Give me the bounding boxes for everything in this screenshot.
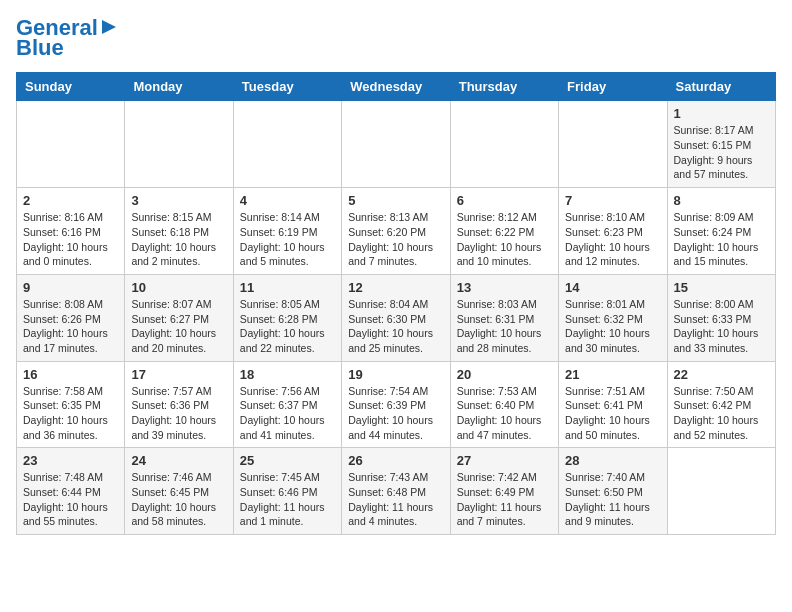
day-content: Sunrise: 8:00 AM Sunset: 6:33 PM Dayligh…: [674, 297, 769, 356]
day-header-thursday: Thursday: [450, 73, 558, 101]
calendar-cell: 23Sunrise: 7:48 AM Sunset: 6:44 PM Dayli…: [17, 448, 125, 535]
day-content: Sunrise: 7:50 AM Sunset: 6:42 PM Dayligh…: [674, 384, 769, 443]
calendar-week-1: 1Sunrise: 8:17 AM Sunset: 6:15 PM Daylig…: [17, 101, 776, 188]
calendar-cell: [559, 101, 667, 188]
day-header-tuesday: Tuesday: [233, 73, 341, 101]
day-number: 22: [674, 367, 769, 382]
day-number: 5: [348, 193, 443, 208]
day-number: 16: [23, 367, 118, 382]
day-content: Sunrise: 8:16 AM Sunset: 6:16 PM Dayligh…: [23, 210, 118, 269]
day-content: Sunrise: 8:08 AM Sunset: 6:26 PM Dayligh…: [23, 297, 118, 356]
day-number: 28: [565, 453, 660, 468]
calendar-cell: 21Sunrise: 7:51 AM Sunset: 6:41 PM Dayli…: [559, 361, 667, 448]
day-content: Sunrise: 7:46 AM Sunset: 6:45 PM Dayligh…: [131, 470, 226, 529]
calendar-cell: [342, 101, 450, 188]
day-number: 1: [674, 106, 769, 121]
day-content: Sunrise: 8:04 AM Sunset: 6:30 PM Dayligh…: [348, 297, 443, 356]
calendar-cell: 8Sunrise: 8:09 AM Sunset: 6:24 PM Daylig…: [667, 188, 775, 275]
day-content: Sunrise: 8:10 AM Sunset: 6:23 PM Dayligh…: [565, 210, 660, 269]
calendar-cell: 9Sunrise: 8:08 AM Sunset: 6:26 PM Daylig…: [17, 274, 125, 361]
calendar-cell: 10Sunrise: 8:07 AM Sunset: 6:27 PM Dayli…: [125, 274, 233, 361]
day-number: 13: [457, 280, 552, 295]
day-content: Sunrise: 7:53 AM Sunset: 6:40 PM Dayligh…: [457, 384, 552, 443]
day-number: 17: [131, 367, 226, 382]
calendar-cell: 7Sunrise: 8:10 AM Sunset: 6:23 PM Daylig…: [559, 188, 667, 275]
day-header-friday: Friday: [559, 73, 667, 101]
calendar-cell: 22Sunrise: 7:50 AM Sunset: 6:42 PM Dayli…: [667, 361, 775, 448]
day-content: Sunrise: 7:42 AM Sunset: 6:49 PM Dayligh…: [457, 470, 552, 529]
day-content: Sunrise: 7:54 AM Sunset: 6:39 PM Dayligh…: [348, 384, 443, 443]
day-number: 2: [23, 193, 118, 208]
calendar-cell: 26Sunrise: 7:43 AM Sunset: 6:48 PM Dayli…: [342, 448, 450, 535]
calendar-cell: [450, 101, 558, 188]
page-header: General Blue: [16, 16, 776, 60]
logo: General Blue: [16, 16, 118, 60]
calendar-cell: [17, 101, 125, 188]
calendar-cell: 4Sunrise: 8:14 AM Sunset: 6:19 PM Daylig…: [233, 188, 341, 275]
day-number: 27: [457, 453, 552, 468]
day-number: 18: [240, 367, 335, 382]
day-number: 19: [348, 367, 443, 382]
day-content: Sunrise: 8:07 AM Sunset: 6:27 PM Dayligh…: [131, 297, 226, 356]
day-number: 6: [457, 193, 552, 208]
day-number: 11: [240, 280, 335, 295]
day-content: Sunrise: 7:48 AM Sunset: 6:44 PM Dayligh…: [23, 470, 118, 529]
day-content: Sunrise: 7:56 AM Sunset: 6:37 PM Dayligh…: [240, 384, 335, 443]
calendar-cell: 6Sunrise: 8:12 AM Sunset: 6:22 PM Daylig…: [450, 188, 558, 275]
calendar-week-3: 9Sunrise: 8:08 AM Sunset: 6:26 PM Daylig…: [17, 274, 776, 361]
calendar-cell: 28Sunrise: 7:40 AM Sunset: 6:50 PM Dayli…: [559, 448, 667, 535]
calendar-cell: 27Sunrise: 7:42 AM Sunset: 6:49 PM Dayli…: [450, 448, 558, 535]
day-content: Sunrise: 7:40 AM Sunset: 6:50 PM Dayligh…: [565, 470, 660, 529]
day-content: Sunrise: 7:51 AM Sunset: 6:41 PM Dayligh…: [565, 384, 660, 443]
calendar-cell: 16Sunrise: 7:58 AM Sunset: 6:35 PM Dayli…: [17, 361, 125, 448]
logo-arrow-icon: [100, 18, 118, 36]
calendar-cell: 24Sunrise: 7:46 AM Sunset: 6:45 PM Dayli…: [125, 448, 233, 535]
calendar-cell: 19Sunrise: 7:54 AM Sunset: 6:39 PM Dayli…: [342, 361, 450, 448]
calendar-cell: 18Sunrise: 7:56 AM Sunset: 6:37 PM Dayli…: [233, 361, 341, 448]
calendar-cell: 2Sunrise: 8:16 AM Sunset: 6:16 PM Daylig…: [17, 188, 125, 275]
day-content: Sunrise: 8:05 AM Sunset: 6:28 PM Dayligh…: [240, 297, 335, 356]
day-number: 10: [131, 280, 226, 295]
calendar-cell: 14Sunrise: 8:01 AM Sunset: 6:32 PM Dayli…: [559, 274, 667, 361]
calendar-cell: 20Sunrise: 7:53 AM Sunset: 6:40 PM Dayli…: [450, 361, 558, 448]
day-header-wednesday: Wednesday: [342, 73, 450, 101]
day-header-sunday: Sunday: [17, 73, 125, 101]
day-content: Sunrise: 8:14 AM Sunset: 6:19 PM Dayligh…: [240, 210, 335, 269]
day-content: Sunrise: 8:13 AM Sunset: 6:20 PM Dayligh…: [348, 210, 443, 269]
day-number: 15: [674, 280, 769, 295]
day-number: 26: [348, 453, 443, 468]
day-header-saturday: Saturday: [667, 73, 775, 101]
day-content: Sunrise: 8:09 AM Sunset: 6:24 PM Dayligh…: [674, 210, 769, 269]
day-number: 12: [348, 280, 443, 295]
day-number: 8: [674, 193, 769, 208]
calendar-week-2: 2Sunrise: 8:16 AM Sunset: 6:16 PM Daylig…: [17, 188, 776, 275]
day-number: 9: [23, 280, 118, 295]
calendar-cell: [233, 101, 341, 188]
day-content: Sunrise: 7:43 AM Sunset: 6:48 PM Dayligh…: [348, 470, 443, 529]
calendar-header-row: SundayMondayTuesdayWednesdayThursdayFrid…: [17, 73, 776, 101]
calendar-cell: [125, 101, 233, 188]
calendar-cell: 5Sunrise: 8:13 AM Sunset: 6:20 PM Daylig…: [342, 188, 450, 275]
day-number: 25: [240, 453, 335, 468]
day-content: Sunrise: 7:58 AM Sunset: 6:35 PM Dayligh…: [23, 384, 118, 443]
day-header-monday: Monday: [125, 73, 233, 101]
day-content: Sunrise: 7:57 AM Sunset: 6:36 PM Dayligh…: [131, 384, 226, 443]
logo-blue-text: Blue: [16, 36, 64, 60]
calendar-week-5: 23Sunrise: 7:48 AM Sunset: 6:44 PM Dayli…: [17, 448, 776, 535]
calendar-cell: 17Sunrise: 7:57 AM Sunset: 6:36 PM Dayli…: [125, 361, 233, 448]
calendar-cell: 1Sunrise: 8:17 AM Sunset: 6:15 PM Daylig…: [667, 101, 775, 188]
day-content: Sunrise: 7:45 AM Sunset: 6:46 PM Dayligh…: [240, 470, 335, 529]
day-number: 20: [457, 367, 552, 382]
day-number: 24: [131, 453, 226, 468]
day-number: 14: [565, 280, 660, 295]
calendar-cell: 13Sunrise: 8:03 AM Sunset: 6:31 PM Dayli…: [450, 274, 558, 361]
day-content: Sunrise: 8:15 AM Sunset: 6:18 PM Dayligh…: [131, 210, 226, 269]
day-number: 3: [131, 193, 226, 208]
calendar-cell: 3Sunrise: 8:15 AM Sunset: 6:18 PM Daylig…: [125, 188, 233, 275]
calendar-cell: 11Sunrise: 8:05 AM Sunset: 6:28 PM Dayli…: [233, 274, 341, 361]
day-number: 4: [240, 193, 335, 208]
calendar-cell: 25Sunrise: 7:45 AM Sunset: 6:46 PM Dayli…: [233, 448, 341, 535]
calendar-week-4: 16Sunrise: 7:58 AM Sunset: 6:35 PM Dayli…: [17, 361, 776, 448]
day-number: 7: [565, 193, 660, 208]
day-content: Sunrise: 8:12 AM Sunset: 6:22 PM Dayligh…: [457, 210, 552, 269]
